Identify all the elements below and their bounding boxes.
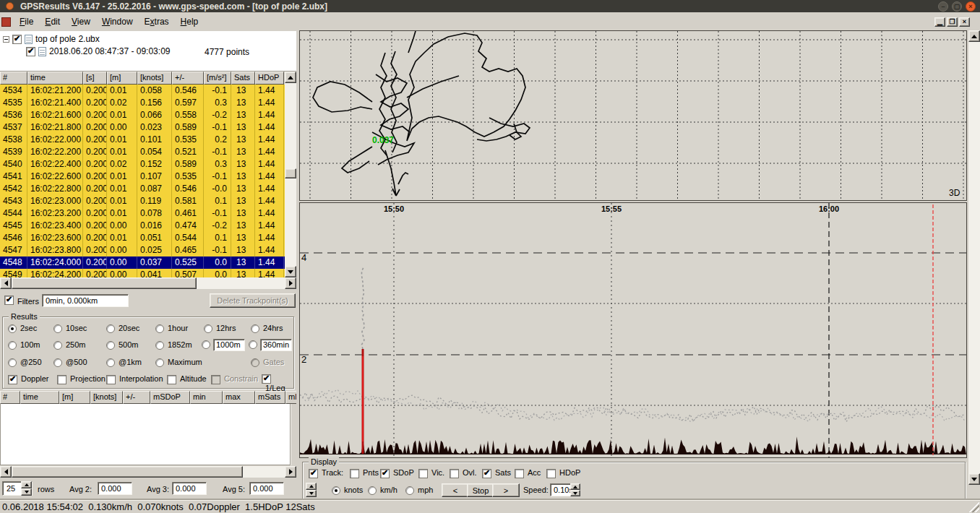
table-row[interactable]: 454016:02:22.4000.2000.020.1520.5890.313… (0, 158, 285, 171)
table-row[interactable]: 454916:02:24.2000.2000.000.0410.5070.013… (0, 269, 285, 277)
table-row[interactable]: 454416:02:23.2000.2000.010.0780.461-0.11… (0, 207, 285, 220)
table-row[interactable]: 453916:02:22.2000.2000.010.0540.521-0.11… (0, 146, 285, 158)
knots-radio[interactable] (332, 486, 340, 495)
leg-checkbox[interactable] (262, 374, 271, 384)
radio-12hrs[interactable] (204, 324, 212, 333)
track-table-hscrollbar[interactable] (0, 277, 296, 289)
radio-100m[interactable] (8, 341, 17, 350)
zoom-spin-up-icon[interactable] (306, 483, 317, 490)
table-row[interactable]: 453516:02:21.4000.2000.020.1560.5970.313… (0, 97, 285, 109)
menu-extras[interactable]: Extras (139, 15, 175, 28)
table-row[interactable]: 454816:02:24.0000.2000.000.0370.5250.013… (0, 256, 285, 269)
track-checkbox[interactable] (309, 469, 318, 478)
avg3-input[interactable]: 0.000 (172, 482, 207, 495)
tree-root-checkbox[interactable] (12, 35, 22, 44)
plot-vscrollbar[interactable] (968, 30, 980, 485)
menu-window[interactable]: Window (96, 15, 139, 28)
tree-session-row[interactable]: 2018.06.20 08:47:37 - 09:03:09 (26, 46, 170, 57)
radio-10sec[interactable] (53, 324, 62, 333)
radio-2sec[interactable] (8, 324, 17, 333)
hscroll-thumb[interactable] (12, 277, 197, 289)
table-row[interactable]: 454716:02:23.8000.2000.000.0250.465-0.11… (0, 244, 285, 256)
menu-view[interactable]: View (66, 15, 96, 28)
table-row[interactable]: 453816:02:22.0000.2000.010.1010.5350.213… (0, 134, 285, 146)
kmh-radio[interactable] (368, 486, 377, 495)
table-row[interactable]: 453616:02:21.6000.2000.010.0660.558-0.21… (0, 109, 285, 121)
vic-checkbox[interactable] (418, 469, 428, 478)
table-row[interactable]: 454116:02:22.6000.2000.010.1070.535-0.11… (0, 171, 285, 183)
hscroll-thumb[interactable] (12, 466, 243, 478)
scroll-down-icon[interactable] (285, 266, 296, 277)
radio-custom-time[interactable] (249, 340, 257, 349)
menu-help[interactable]: Help (175, 15, 205, 28)
mdi-restore-button[interactable]: ❐ (947, 17, 958, 27)
scroll-right-icon[interactable] (285, 277, 296, 289)
menu-edit[interactable]: Edit (39, 15, 66, 28)
filters-checkbox[interactable] (4, 296, 14, 305)
table-row[interactable]: 453716:02:21.8000.2000.000.0230.589-0.11… (0, 121, 285, 134)
sdop-checkbox[interactable] (380, 469, 390, 478)
hdop-checkbox[interactable] (546, 469, 556, 478)
custom-distance-input[interactable]: 1000m (213, 339, 245, 351)
sats-checkbox[interactable] (482, 469, 491, 478)
table-row[interactable]: 454216:02:22.8000.2000.010.0870.546-0.01… (0, 183, 285, 195)
track-table-vscrollbar[interactable] (285, 72, 296, 277)
track-plot[interactable]: 0.037 3D (299, 30, 967, 201)
scroll-down-icon[interactable] (968, 473, 980, 485)
mdi-child-icon[interactable] (1, 17, 11, 27)
step-back-button[interactable]: < (442, 483, 469, 497)
tree-session-label[interactable]: 2018.06.20 08:47:37 - 09:03:09 (49, 46, 170, 56)
doppler-checkbox[interactable] (8, 375, 17, 384)
scroll-up-icon[interactable] (968, 30, 980, 42)
mph-radio[interactable] (405, 486, 414, 495)
menu-file[interactable]: File (14, 15, 39, 28)
pnts-checkbox[interactable] (350, 469, 359, 478)
tree-collapse-icon[interactable] (3, 36, 9, 43)
stop-button[interactable]: Stop (467, 483, 494, 497)
speed-spin-down-icon[interactable] (570, 490, 580, 496)
radio-24hrs[interactable] (251, 324, 259, 333)
rows-spin-up-icon[interactable] (21, 481, 32, 488)
scroll-up-icon[interactable] (285, 72, 296, 83)
table-row[interactable]: 454316:02:23.0000.2000.010.1190.5810.113… (0, 195, 285, 207)
zoom-spin-down-icon[interactable] (306, 490, 317, 497)
mdi-close-button[interactable]: × (959, 17, 970, 27)
custom-time-input[interactable]: 360min (260, 339, 292, 351)
radio-20sec[interactable] (106, 324, 115, 333)
close-button[interactable]: × (966, 1, 976, 12)
radio-maximum[interactable] (155, 358, 164, 367)
radio-custom-distance[interactable] (202, 340, 210, 349)
radio-500m[interactable] (106, 341, 115, 350)
radio-1hour[interactable] (155, 324, 164, 333)
ovl-checkbox[interactable] (450, 469, 459, 478)
table-row[interactable]: 453416:02:21.2000.2000.010.0580.546-0.11… (0, 85, 285, 97)
projection-checkbox[interactable] (57, 375, 66, 384)
minimize-button[interactable]: – (938, 1, 948, 12)
avg2-input[interactable]: 0.000 (98, 482, 132, 495)
mdi-minimize-button[interactable]: ▁ (934, 17, 945, 27)
results-table-hscrollbar[interactable] (0, 466, 296, 478)
speed-graph[interactable]: 15:50 15:55 16:00 4 2 (299, 202, 967, 458)
rows-spin-down-icon[interactable] (21, 488, 32, 496)
avg5-input[interactable]: 0.000 (249, 482, 284, 495)
interpolation-checkbox[interactable] (106, 375, 116, 384)
radio-at250[interactable] (8, 358, 17, 367)
step-forward-button[interactable]: > (492, 483, 520, 497)
table-row[interactable]: 454516:02:23.4000.2000.000.0160.474-0.21… (0, 220, 285, 232)
radio-at1km[interactable] (106, 358, 115, 367)
scroll-right-icon[interactable] (285, 466, 296, 478)
filters-input[interactable]: 0min, 0.000km (42, 294, 129, 307)
tree-root-row[interactable]: top of pole 2.ubx (3, 33, 100, 45)
vscroll-thumb[interactable] (285, 168, 296, 178)
resize-grip[interactable] (969, 502, 979, 512)
maximize-button[interactable]: ▢ (952, 1, 962, 12)
scroll-left-icon[interactable] (0, 466, 12, 478)
radio-1852m[interactable] (155, 341, 164, 350)
radio-250m[interactable] (53, 341, 62, 350)
speed-spin-up-icon[interactable] (570, 483, 580, 490)
tree-root-label[interactable]: top of pole 2.ubx (35, 34, 100, 44)
table-row[interactable]: 454616:02:23.6000.2000.010.0510.5440.113… (0, 232, 285, 244)
acc-checkbox[interactable] (515, 469, 524, 478)
tree-session-checkbox[interactable] (26, 47, 35, 56)
scroll-left-icon[interactable] (0, 277, 12, 289)
